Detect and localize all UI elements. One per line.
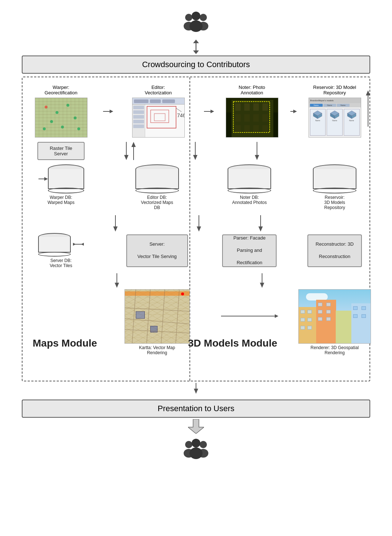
row-arrows-db-proc [28, 215, 364, 232]
crowdsourcing-box: Crowdsourcing to Contributors [22, 56, 370, 74]
warper-col: Warper: Georectification [28, 83, 94, 139]
svg-marker-27 [211, 110, 214, 113]
row-arrows-proc-render [28, 273, 364, 288]
building-2 [316, 300, 336, 343]
warper-db-cylinder [48, 164, 84, 193]
reconstructor-col: Reconstructor: 3D Reconstruction [306, 233, 364, 269]
arrow-top-svg [188, 40, 204, 54]
svg-line-81 [132, 290, 136, 344]
svg-marker-73 [81, 243, 84, 246]
arrow-reservoir-down [253, 142, 261, 161]
building-3 [336, 311, 352, 343]
editor-db-cylinder [135, 164, 179, 193]
svg-point-92 [185, 441, 192, 448]
svg-marker-77 [260, 283, 264, 288]
svg-rect-21 [147, 106, 176, 128]
empty-col1 [28, 288, 94, 291]
full-layout: Warper: Georectification [28, 83, 364, 357]
svg-point-94 [200, 441, 207, 448]
arrow-top [188, 40, 204, 56]
server-col: Server: Vector Tile Serving [121, 233, 193, 269]
users-icon-bottom-svg [180, 438, 212, 462]
users-icon-bottom [180, 438, 212, 467]
row-processing: Server DB: Vector Tiles Server: Vector T… [28, 232, 364, 270]
svg-line-83 [161, 290, 165, 344]
reconstructor-process-box: Reconstructor: 3D Reconstruction [307, 234, 362, 267]
warper-screenshot [35, 98, 87, 138]
renderer3d-label: Renderer: 3D Geospatial Rendering [311, 345, 359, 355]
users-icon-top-svg [180, 11, 212, 34]
maps-module-label: Maps Module [33, 337, 97, 349]
warper-map-svg [35, 98, 87, 138]
arrow-reconstructor-renderer [258, 273, 266, 289]
svg-marker-66 [113, 226, 118, 232]
warper-db-col: Warper DB: Warped Maps [28, 163, 94, 206]
row-tools: Warper: Georectification [28, 83, 364, 142]
arrow-noterdb-parser [195, 215, 203, 233]
svg-marker-58 [193, 155, 197, 160]
noter-db-col: Noter DB: Annotated Photos [220, 163, 278, 206]
svg-marker-88 [366, 90, 370, 95]
arrow-editor-up [130, 142, 137, 161]
noter-db-cylinder [228, 164, 271, 193]
svg-marker-68 [258, 226, 263, 232]
renderer3d-image [298, 289, 371, 344]
svg-point-11 [45, 106, 48, 109]
server-db-label: Server DB: Vector Tiles [50, 258, 72, 268]
server-db-cylinder [38, 233, 71, 257]
parser-col: Parser: Facade Parsing and Rectification [220, 233, 278, 269]
editor-db-col: Editor DB: Vectorized Maps DB [121, 163, 193, 212]
svg-marker-90 [194, 389, 198, 394]
svg-point-14 [50, 120, 53, 123]
svg-marker-56 [124, 155, 128, 160]
server-db-col: Server DB: Vector Tiles [28, 232, 94, 270]
arrow-to-bottom-users [188, 419, 204, 435]
svg-marker-91 [188, 419, 204, 434]
building-4 [351, 303, 371, 343]
arrow-server-kartta [113, 273, 121, 289]
svg-marker-75 [115, 283, 119, 288]
kartta-render-image [124, 289, 190, 344]
editor-screenshot: 746 [132, 98, 185, 138]
arrow-to-presentation [192, 383, 200, 395]
svg-marker-72 [73, 243, 76, 246]
kartta-label: Kartta: Vector Map Rendering [139, 345, 175, 355]
svg-line-79 [125, 319, 190, 324]
raster-tile-server-box: Raster Tile Server [37, 142, 85, 160]
svg-point-97 [189, 447, 203, 459]
svg-marker-45 [293, 110, 297, 113]
arrow-kartta-renderer [220, 313, 278, 320]
reservoir-screenshot: BrandonMayer's models Name Name Name [309, 98, 361, 138]
arrow-editor-down [123, 142, 130, 161]
kartta-col: Kartta: Vector Map Rendering [121, 288, 193, 357]
reservoir-label: Reservoir: 3D Model Repository [313, 85, 356, 95]
warper-label: Warper: Georectification [45, 85, 77, 95]
renderer3d-col: Renderer: 3D Geospatial Rendering [306, 288, 364, 357]
svg-line-80 [125, 330, 190, 333]
svg-point-2 [200, 14, 207, 21]
svg-point-17 [43, 127, 46, 130]
editor-label: Editor: Vectorization [145, 85, 172, 95]
warper-db-label: Warper DB: Warped Maps [48, 195, 74, 205]
svg-point-12 [56, 111, 58, 114]
svg-marker-64 [44, 177, 48, 181]
arrow-renderer-reservoir [365, 90, 371, 128]
noter-label: Noter: Photo Annotation [239, 85, 265, 95]
server-db-row [38, 233, 84, 257]
svg-marker-20 [110, 110, 113, 113]
raster-tile-server-cell: Raster Tile Server [28, 142, 94, 160]
arrow-noter-reservoir [290, 109, 297, 114]
arrow-left-warper [38, 164, 84, 193]
building-1 [299, 307, 317, 343]
svg-line-24 [176, 108, 181, 112]
svg-line-82 [147, 290, 150, 344]
svg-marker-10 [193, 50, 199, 54]
row-databases: Warper DB: Warped Maps Editor DB: Vector… [28, 163, 364, 212]
row-raster: Raster Tile Server [28, 142, 364, 160]
parser-process-box: Parser: Facade Parsing and Rectification [222, 234, 277, 267]
svg-point-96 [192, 439, 200, 447]
svg-rect-23 [154, 114, 165, 121]
editor-db-label: Editor DB: Vectorized Maps DB [141, 195, 173, 210]
reservoir-db-cylinder [313, 164, 356, 193]
arrow-reservoirdb-reconstructor [257, 215, 264, 233]
